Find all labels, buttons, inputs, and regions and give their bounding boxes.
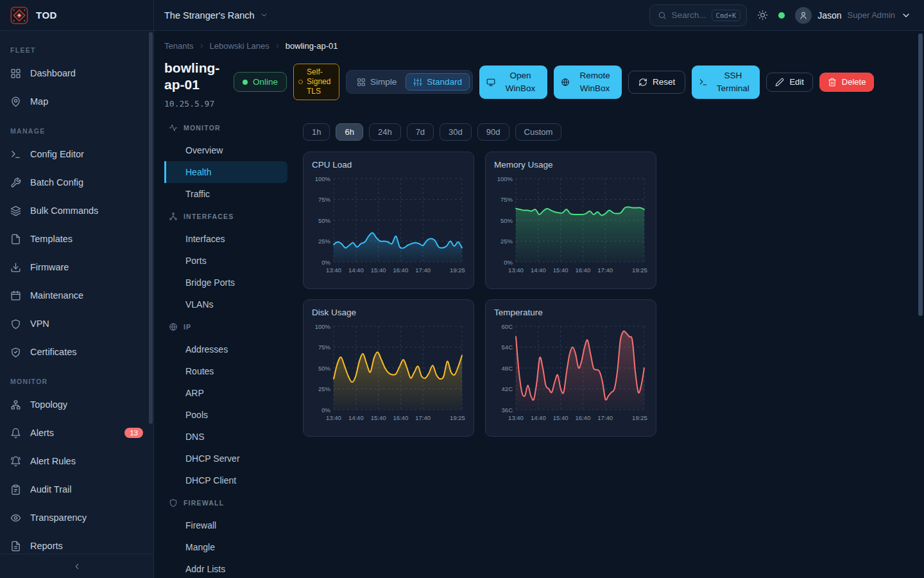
time-range-6h[interactable]: 6h — [336, 123, 363, 141]
chart-title: Memory Usage — [494, 160, 647, 170]
open-winbox-button[interactable]: Open WinBox — [479, 66, 547, 99]
sidebar-item-certificates[interactable]: Certificates — [0, 338, 153, 366]
device-nav-item-overview[interactable]: Overview — [164, 139, 287, 161]
y-tick-label: 100% — [497, 175, 513, 182]
device-nav-item-firewall[interactable]: Firewall — [164, 514, 287, 536]
x-tick-label: 14:40 — [348, 414, 364, 421]
globe-icon — [561, 78, 570, 87]
sidebar-item-alert-rules[interactable]: Alert Rules — [0, 447, 153, 475]
sidebar-scrollbar[interactable] — [149, 32, 153, 424]
sidebar-item-reports[interactable]: Reports — [0, 532, 153, 554]
y-tick-label: 50% — [501, 216, 513, 223]
device-nav-item-vlans[interactable]: VLANs — [164, 293, 287, 315]
delete-button[interactable]: Delete — [819, 73, 875, 92]
device-nav-item-addr-lists[interactable]: Addr Lists — [164, 558, 287, 578]
sidebar-item-label: Maintenance — [30, 290, 83, 301]
y-tick-label: 75% — [318, 344, 331, 351]
sidebar-item-maintenance[interactable]: Maintenance — [0, 281, 153, 310]
y-tick-label: 0% — [504, 258, 513, 265]
brand[interactable]: TOD — [0, 0, 154, 30]
chevron-right-icon — [198, 42, 205, 49]
x-tick-label: 13:40 — [326, 267, 341, 274]
mode-option-standard[interactable]: Standard — [406, 73, 470, 91]
device-nav-item-health[interactable]: Health — [164, 161, 287, 183]
x-tick-label: 17:40 — [415, 267, 431, 274]
ssh-terminal-button[interactable]: SSH Terminal — [692, 66, 760, 99]
sidebar-collapse-button[interactable] — [0, 554, 153, 578]
sidebar-item-audit-trail[interactable]: Audit Trail — [0, 475, 153, 504]
device-nav-item-dns[interactable]: DNS — [164, 426, 287, 448]
user-menu[interactable]: Jason Super Admin — [795, 7, 911, 24]
sidebar-item-label: VPN — [30, 319, 49, 329]
charts-grid: CPU Load0%25%50%75%100%13:4014:4015:4016… — [303, 152, 656, 437]
sidebar-item-label: Topology — [30, 399, 67, 410]
x-tick-label: 16:40 — [393, 267, 408, 274]
button-label: Remote WinBox — [575, 69, 615, 94]
x-tick-label: 15:40 — [553, 414, 569, 421]
chart-card-disk-usage: Disk Usage0%25%50%75%100%13:4014:4015:40… — [303, 299, 474, 437]
mode-option-simple[interactable]: Simple — [349, 73, 404, 91]
tenant-selector[interactable]: The Stranger's Ranch — [164, 10, 268, 21]
sidebar-item-templates[interactable]: Templates — [0, 225, 153, 253]
time-range-1h[interactable]: 1h — [303, 123, 330, 141]
button-label: SSH Terminal — [713, 69, 753, 94]
x-tick-label: 14:40 — [531, 267, 546, 274]
time-range-90d[interactable]: 90d — [477, 123, 509, 141]
device-nav-item-traffic[interactable]: Traffic — [164, 183, 287, 205]
time-range-7d[interactable]: 7d — [407, 123, 434, 141]
device-nav-item-routes[interactable]: Routes — [164, 360, 287, 382]
sidebar-item-config-editor[interactable]: Config Editor — [0, 140, 153, 168]
sidebar-item-topology[interactable]: Topology — [0, 390, 153, 419]
time-range-selector: 1h6h24h7d30d90dCustom — [303, 123, 656, 141]
device-nav-item-arp[interactable]: ARP — [164, 382, 287, 404]
monitor-icon — [486, 78, 495, 87]
tls-label: Self-Signed TLS — [307, 67, 335, 96]
sidebar-item-label: Transparency — [30, 512, 87, 523]
time-range-custom[interactable]: Custom — [515, 123, 562, 141]
topbar-right: Search... Cmd+K Jason Super Admin — [649, 4, 924, 26]
download-icon — [10, 262, 21, 273]
remote-winbox-button[interactable]: Remote WinBox — [554, 66, 622, 99]
sidebar-item-dashboard[interactable]: Dashboard — [0, 59, 153, 87]
device-nav-item-addresses[interactable]: Addresses — [164, 338, 287, 360]
topology-icon — [10, 399, 21, 410]
sidebar-item-firmware[interactable]: Firmware — [0, 253, 153, 281]
search-input[interactable]: Search... Cmd+K — [649, 4, 748, 26]
time-range-24h[interactable]: 24h — [369, 123, 401, 141]
theme-toggle-button[interactable] — [757, 10, 768, 21]
x-tick-label: 17:40 — [415, 414, 431, 421]
edit-button[interactable]: Edit — [766, 73, 812, 92]
y-tick-label: 50% — [318, 364, 331, 371]
device-nav-item-mangle[interactable]: Mangle — [164, 536, 287, 558]
sidebar-item-vpn[interactable]: VPN — [0, 310, 153, 338]
device-nav-item-dhcp-server[interactable]: DHCP Server — [164, 448, 287, 469]
y-tick-label: 50% — [318, 216, 331, 223]
device-nav-item-interfaces[interactable]: Interfaces — [164, 228, 287, 250]
x-tick-label: 15:40 — [371, 414, 386, 421]
x-tick-label: 19:25 — [450, 414, 465, 421]
device-nav-item-ports[interactable]: Ports — [164, 250, 287, 272]
breadcrumb-item-lebowski-lanes[interactable]: Lebowski Lanes — [210, 41, 270, 51]
device-nav-item-pools[interactable]: Pools — [164, 404, 287, 426]
x-tick-label: 17:40 — [597, 267, 613, 274]
reset-button[interactable]: Reset — [628, 71, 685, 94]
page-scrollbar[interactable] — [918, 33, 923, 316]
breadcrumb-item-tenants[interactable]: Tenants — [164, 41, 194, 51]
sidebar-item-transparency[interactable]: Transparency — [0, 504, 153, 532]
sidebar-item-map[interactable]: Map — [0, 87, 153, 116]
shield-icon — [169, 498, 178, 507]
time-range-30d[interactable]: 30d — [440, 123, 472, 141]
map-pin-icon — [10, 96, 21, 107]
sidebar: FLEETDashboardMapMANAGEConfig EditorBatc… — [0, 31, 154, 578]
tls-warning-badge[interactable]: Self-Signed TLS — [293, 64, 339, 100]
device-nav-item-bridge-ports[interactable]: Bridge Ports — [164, 272, 287, 293]
sidebar-item-bulk-commands[interactable]: Bulk Commands — [0, 197, 153, 225]
sidebar-section-manage: MANAGE — [0, 127, 153, 135]
button-label: Reset — [653, 77, 675, 87]
x-tick-label: 15:40 — [553, 267, 569, 274]
sidebar-item-alerts[interactable]: Alerts13 — [0, 419, 153, 447]
sidebar-item-batch-config[interactable]: Batch Config — [0, 168, 153, 197]
status-label: Online — [253, 77, 278, 87]
device-nav-item-dhcp-client[interactable]: DHCP Client — [164, 469, 287, 491]
chart-card-cpu-load: CPU Load0%25%50%75%100%13:4014:4015:4016… — [303, 152, 474, 289]
